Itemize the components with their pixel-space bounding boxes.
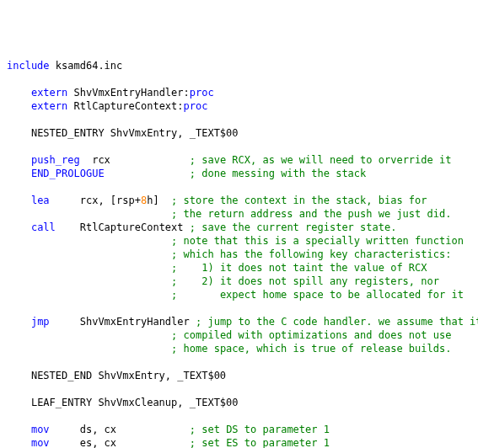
code-line: ; expect home space to be allocated for … [7, 288, 471, 301]
code-line [7, 409, 471, 423]
code-line: include ksamd64.inc [7, 59, 471, 72]
code-line [7, 113, 471, 126]
code-line: ; 1) it does not taint the value of RCX [7, 261, 471, 275]
code-line: ; which has the following key characteri… [7, 248, 471, 261]
code-line [7, 355, 471, 369]
code-line: END_PROLOGUE ; done messing with the sta… [7, 167, 471, 180]
code-line: mov ds, cx ; set DS to parameter 1 [7, 423, 471, 436]
code-line: ; note that this is a specially written … [7, 234, 471, 248]
code-line: ; compiled with optimizations and does n… [7, 328, 471, 342]
code-line: ; home space, which is true of release b… [7, 342, 471, 355]
code-line: NESTED_END ShvVmxEntry, _TEXT$00 [7, 369, 471, 382]
code-line [7, 382, 471, 396]
code-line [7, 301, 471, 315]
code-line: extern RtlCaptureContext:proc [7, 99, 471, 113]
code-line: lea rcx, [rsp+8h] ; store the context in… [7, 194, 471, 207]
code-line: call RtlCaptureContext ; save the curren… [7, 221, 471, 234]
assembly-code-listing: include ksamd64.inc extern ShvVmxEntryHa… [7, 59, 471, 448]
code-line [7, 180, 471, 194]
code-line: ; 2) it does not spill any registers, no… [7, 275, 471, 288]
code-line: mov es, cx ; set ES to parameter 1 [7, 436, 471, 448]
code-line: ; the return address and the push we jus… [7, 207, 471, 221]
code-line: NESTED_ENTRY ShvVmxEntry, _TEXT$00 [7, 126, 471, 140]
code-line: push_reg rcx ; save RCX, as we will need… [7, 153, 471, 167]
code-line: extern ShvVmxEntryHandler:proc [7, 86, 471, 99]
code-line: LEAF_ENTRY ShvVmxCleanup, _TEXT$00 [7, 396, 471, 409]
code-line: jmp ShvVmxEntryHandler ; jump to the C c… [7, 315, 471, 328]
code-line [7, 140, 471, 153]
code-line [7, 72, 471, 86]
